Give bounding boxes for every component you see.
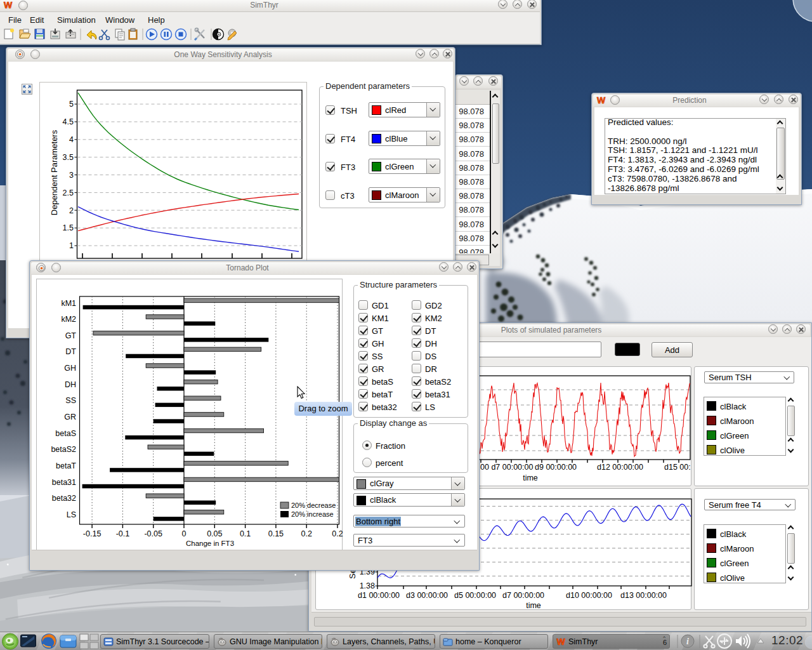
svg-text:d1 00:00:00: d1 00:00:00: [358, 591, 400, 600]
svg-text:W: W: [4, 1, 13, 10]
svg-text:0.2: 0.2: [332, 529, 343, 538]
svg-text:d5 00:00:00: d5 00:00:00: [454, 591, 496, 600]
svg-text:Change in FT3: Change in FT3: [186, 540, 234, 547]
svg-text:2: 2: [69, 206, 74, 215]
svg-text:d13 00:00:00: d13 00:00:00: [620, 591, 667, 600]
svg-text:time: time: [526, 601, 541, 610]
svg-text:0.2: 0.2: [301, 529, 312, 538]
svg-text:1.38: 1.38: [360, 581, 375, 590]
svg-text:20% increase: 20% increase: [291, 510, 334, 518]
svg-text:time: time: [523, 474, 538, 482]
svg-text:betaS: betaS: [55, 429, 76, 438]
svg-text:d7 00:00:00: d7 00:00:00: [502, 591, 544, 600]
svg-text:kM1: kM1: [61, 299, 76, 308]
svg-text:W: W: [597, 96, 606, 105]
svg-text:beta32: beta32: [52, 494, 76, 503]
svg-text:-0.15: -0.15: [83, 529, 102, 538]
svg-text:GT: GT: [65, 331, 77, 340]
svg-text:kM2: kM2: [61, 315, 76, 324]
svg-text:0.15: 0.15: [268, 529, 284, 538]
svg-text:DT: DT: [65, 347, 76, 356]
svg-text:4: 4: [69, 135, 74, 144]
svg-text:i: i: [686, 637, 689, 646]
svg-text:d15 00:: d15 00:: [664, 463, 691, 472]
svg-text:0.1: 0.1: [240, 529, 251, 538]
svg-text:3.5: 3.5: [63, 153, 74, 162]
svg-text:2.5: 2.5: [63, 189, 74, 197]
svg-text:20% decrease: 20% decrease: [291, 501, 336, 509]
svg-text:d10 00:00:00: d10 00:00:00: [566, 591, 612, 600]
svg-text:GR: GR: [64, 413, 76, 421]
svg-text:SS: SS: [65, 396, 76, 405]
svg-text:-0.1: -0.1: [116, 529, 130, 538]
svg-text:d9 00:00:00: d9 00:00:00: [535, 463, 577, 472]
svg-text:3: 3: [69, 171, 74, 180]
svg-text:DH: DH: [65, 380, 76, 389]
svg-text:1: 1: [69, 241, 74, 250]
svg-text:4.5: 4.5: [63, 117, 74, 126]
svg-text:GH: GH: [64, 364, 76, 373]
svg-text:5: 5: [69, 100, 74, 109]
svg-text:betaS2: betaS2: [51, 445, 76, 454]
svg-text:0.05: 0.05: [207, 529, 222, 538]
svg-text:beta31: beta31: [52, 478, 76, 487]
svg-text:betaT: betaT: [56, 461, 76, 470]
svg-text:00 d7 00:00:00: 00 d7 00:00:00: [480, 463, 533, 472]
svg-text:d3 00:00:00: d3 00:00:00: [406, 591, 448, 600]
svg-text:1.5: 1.5: [63, 223, 74, 232]
svg-text:0: 0: [182, 529, 187, 538]
svg-text:-0.05: -0.05: [144, 529, 162, 538]
svg-text:LS: LS: [67, 510, 76, 519]
svg-text:Dependent Parameters: Dependent Parameters: [49, 129, 59, 215]
svg-text:d12 00:00:00: d12 00:00:00: [597, 463, 643, 472]
svg-text:W: W: [556, 637, 565, 647]
